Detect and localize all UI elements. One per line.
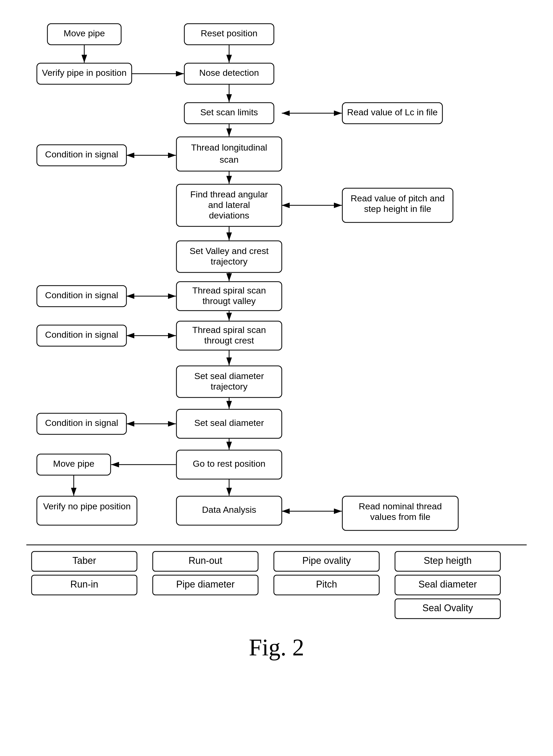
- legend-seal-ovality: Seal Ovality: [422, 602, 473, 613]
- verify-pipe-label: Verify pipe in position: [42, 68, 127, 78]
- legend-run-out: Run-out: [188, 555, 222, 566]
- flowchart-svg: Move pipe Reset position Verify pipe in …: [26, 16, 527, 695]
- reset-position-label: Reset position: [201, 28, 257, 38]
- set-seal-traj-label: Set seal diameter: [194, 371, 264, 381]
- condition-4-label: Condition in signal: [45, 418, 118, 428]
- go-to-rest-label: Go to rest position: [193, 458, 265, 469]
- legend-pitch: Pitch: [316, 579, 337, 590]
- condition-1-label: Condition in signal: [45, 149, 118, 159]
- set-seal-label: Set seal diameter: [194, 418, 264, 428]
- set-valley-label: Set Valley and crest: [189, 246, 268, 256]
- data-analysis-label: Data Analysis: [202, 505, 256, 515]
- svg-text:values from file: values from file: [370, 512, 430, 522]
- svg-text:trajectory: trajectory: [211, 382, 247, 392]
- legend-pipe-diameter: Pipe diameter: [176, 579, 235, 590]
- move-pipe-1-label: Move pipe: [64, 28, 105, 38]
- thread-long-scan-label: Thread longitudinal: [191, 143, 267, 152]
- thread-spiral-crest-label: Thread spiral scan: [192, 325, 266, 335]
- legend-step-height: Step heigth: [424, 555, 472, 566]
- svg-text:througt valley: througt valley: [203, 296, 256, 306]
- legend-taber: Taber: [72, 555, 96, 566]
- legend-pipe-ovality: Pipe ovality: [302, 555, 351, 566]
- set-scan-limits-label: Set scan limits: [200, 107, 258, 117]
- svg-text:deviations: deviations: [209, 210, 249, 220]
- read-nominal-label: Read nominal thread: [359, 501, 442, 511]
- condition-2-label: Condition in signal: [45, 290, 118, 300]
- legend-run-in: Run-in: [70, 579, 98, 590]
- read-lc-label: Read value of Lc in file: [347, 107, 438, 117]
- find-thread-label: Find thread angular: [190, 189, 268, 199]
- fig-label: Fig. 2: [249, 635, 304, 660]
- svg-text:scan: scan: [220, 155, 239, 165]
- svg-text:step height in file: step height in file: [364, 204, 431, 214]
- read-pitch-label: Read value of pitch and: [350, 193, 445, 203]
- legend-seal-diameter: Seal diameter: [418, 579, 477, 590]
- verify-no-pipe-label: Verify no pipe position: [43, 501, 131, 511]
- nose-detection-label: Nose detection: [200, 68, 259, 78]
- diagram: Move pipe Reset position Verify pipe in …: [26, 16, 527, 695]
- svg-rect-9: [176, 137, 282, 171]
- svg-text:and lateral: and lateral: [208, 200, 250, 210]
- move-pipe-2-label: Move pipe: [53, 458, 94, 469]
- page: Move pipe Reset position Verify pipe in …: [0, 0, 553, 756]
- condition-3-label: Condition in signal: [45, 330, 118, 340]
- svg-text:trajectory: trajectory: [211, 256, 247, 266]
- svg-text:througt crest: througt crest: [204, 335, 254, 345]
- thread-spiral-valley-label: Thread spiral scan: [192, 285, 266, 296]
